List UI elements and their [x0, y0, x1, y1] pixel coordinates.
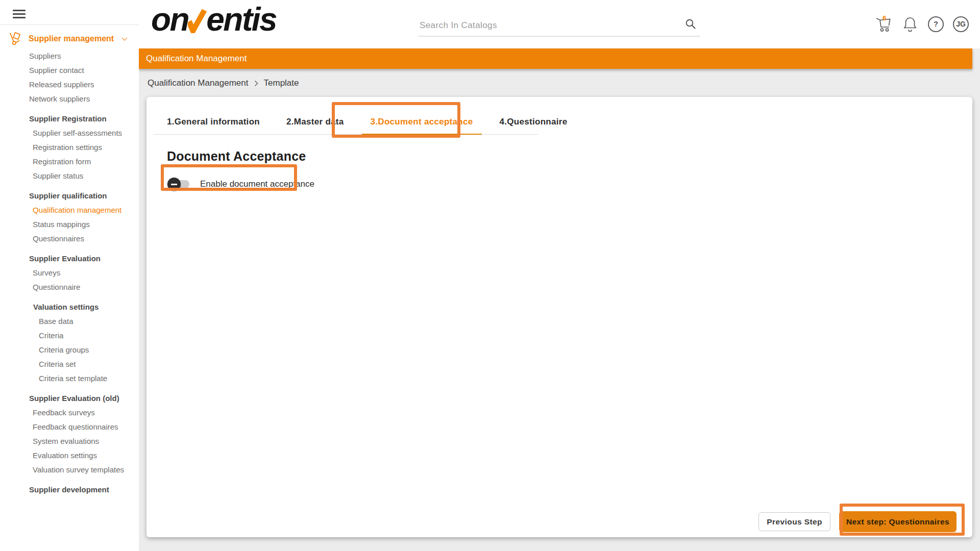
tab-document-acceptance[interactable]: 3.Document acceptance — [357, 109, 486, 134]
avatar[interactable]: JG — [953, 16, 969, 32]
sidebar-item-criteria[interactable]: Criteria — [0, 329, 139, 343]
module-banner-title: Qualification Management — [146, 54, 247, 63]
help-icon: ? — [934, 20, 938, 28]
chevron-down-icon — [121, 37, 128, 41]
logo-check-icon — [188, 8, 207, 33]
tab-general-information[interactable]: 1.General information — [154, 109, 273, 134]
template-card: 1.General information 2.Master data 3.Do… — [146, 97, 972, 537]
search-icon[interactable] — [685, 18, 696, 30]
sidebar-section-supplier-development: Supplier development — [0, 483, 139, 497]
module-banner: Qualification Management — [139, 48, 972, 69]
sidebar: Supplier management Suppliers Supplier c… — [0, 0, 139, 551]
breadcrumb: Qualification Management Template — [139, 69, 980, 97]
sidebar-item-evaluation-settings[interactable]: Evaluation settings — [0, 448, 139, 463]
help-button[interactable]: ? — [928, 16, 944, 32]
sidebar-section-supplier-evaluation-old: Supplier Evaluation (old) — [0, 391, 139, 406]
sidebar-item-feedback-questionnaires[interactable]: Feedback questionnaires — [0, 420, 139, 434]
logo-text-on: on — [151, 3, 188, 36]
sidebar-section-supplier-qualification: Supplier qualification — [0, 189, 139, 203]
chevron-right-icon — [254, 80, 258, 87]
hamburger-menu-icon[interactable] — [0, 0, 139, 25]
wizard-footer: Previous Step Next step: Questionnaires — [758, 511, 957, 532]
sidebar-item-network-suppliers[interactable]: Network suppliers — [0, 92, 139, 106]
tab-master-data[interactable]: 2.Master data — [273, 109, 357, 134]
sidebar-item-released-suppliers[interactable]: Released suppliers — [0, 78, 139, 92]
tab-questionnaire[interactable]: 4.Questionnaire — [486, 109, 581, 134]
sidebar-item-system-evaluations[interactable]: System evaluations — [0, 434, 139, 448]
topbar: on entis — [139, 0, 980, 48]
sidebar-item-criteria-set-template[interactable]: Criteria set template — [0, 371, 139, 386]
breadcrumb-parent[interactable]: Qualification Management — [148, 78, 249, 88]
sidebar-item-label: Supplier management — [29, 34, 114, 43]
cart-badge: 6 — [883, 14, 887, 22]
sidebar-item-supplier-management[interactable]: Supplier management — [0, 31, 139, 46]
hand-truck-icon — [8, 32, 22, 46]
toggle-thumb — [167, 178, 181, 191]
sidebar-item-registration-form[interactable]: Registration form — [0, 155, 139, 169]
page-title: Document Acceptance — [167, 149, 972, 164]
next-step-button[interactable]: Next step: Questionnaires — [839, 511, 957, 532]
previous-step-button[interactable]: Previous Step — [758, 512, 830, 531]
sidebar-item-criteria-set[interactable]: Criteria set — [0, 357, 139, 371]
sidebar-item-criteria-groups[interactable]: Criteria groups — [0, 343, 139, 357]
enable-document-acceptance-row: Enable document acceptance — [169, 178, 972, 191]
sidebar-item-feedback-surveys[interactable]: Feedback surveys — [0, 406, 139, 420]
sidebar-item-surveys[interactable]: Surveys — [0, 266, 139, 280]
cart-button[interactable]: 6 — [875, 15, 892, 33]
sidebar-item-supplier-contact[interactable]: Supplier contact — [0, 63, 139, 78]
sidebar-item-base-data[interactable]: Base data — [0, 314, 139, 329]
sidebar-item-supplier-self-assessments[interactable]: Supplier self-assessments — [0, 126, 139, 140]
main-area: on entis — [139, 0, 980, 551]
sidebar-item-qualification-management[interactable]: Qualification management — [0, 203, 139, 217]
sidebar-section-supplier-registration: Supplier Registration — [0, 112, 139, 126]
tab-bar: 1.General information 2.Master data 3.Do… — [154, 97, 538, 135]
search-input[interactable] — [419, 15, 674, 36]
sidebar-item-registration-settings[interactable]: Registration settings — [0, 140, 139, 155]
sidebar-item-suppliers[interactable]: Suppliers — [0, 49, 139, 63]
breadcrumb-current: Template — [264, 78, 299, 88]
toggle-label: Enable document acceptance — [200, 179, 314, 189]
enable-document-acceptance-toggle[interactable] — [169, 180, 189, 188]
logo-text-entis: entis — [206, 3, 276, 36]
sidebar-section-valuation-settings: Valuation settings — [0, 300, 139, 314]
sidebar-nav: Supplier management Suppliers Supplier c… — [0, 31, 139, 497]
sidebar-item-valuation-survey-templates[interactable]: Valuation survey templates — [0, 463, 139, 477]
sidebar-item-status-mappings[interactable]: Status mappings — [0, 217, 139, 232]
sidebar-item-questionnaires[interactable]: Questionnaires — [0, 232, 139, 246]
catalog-search — [419, 15, 700, 37]
sidebar-list: Suppliers Supplier contact Released supp… — [0, 49, 139, 497]
app-window: Supplier management Suppliers Supplier c… — [0, 0, 980, 551]
onventis-logo[interactable]: on entis — [151, 3, 276, 36]
sidebar-item-supplier-status[interactable]: Supplier status — [0, 169, 139, 183]
notifications-button[interactable] — [901, 15, 919, 33]
header-icons: 6 ? JG — [875, 15, 969, 33]
avatar-initials: JG — [956, 20, 966, 28]
bell-icon — [902, 15, 918, 33]
sidebar-item-questionnaire[interactable]: Questionnaire — [0, 280, 139, 294]
sidebar-section-supplier-evaluation: Supplier Evaluation — [0, 252, 139, 266]
